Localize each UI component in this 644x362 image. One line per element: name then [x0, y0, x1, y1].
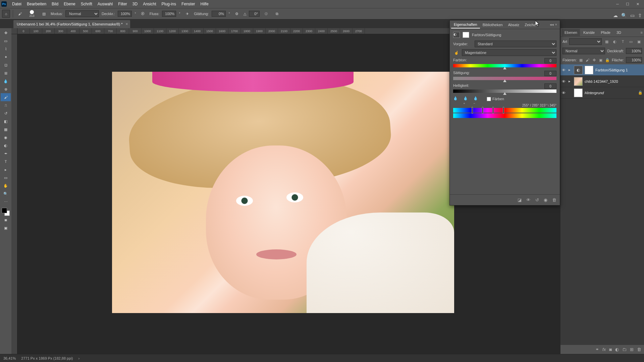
filter-smart-icon[interactable]: ▣ [636, 39, 642, 45]
doc-tab[interactable]: Unbenannt-1 bei 36,4% (Farbton/Sättigung… [13, 20, 130, 28]
cloud-icon[interactable]: ☁ [613, 13, 618, 18]
shape-tool[interactable]: ▭ [1, 174, 11, 182]
menu-bearbeiten[interactable]: Bearbeiten [24, 0, 49, 8]
menu-3d[interactable]: 3D [130, 0, 140, 8]
angle-input[interactable] [249, 11, 260, 17]
clip-to-layer-icon[interactable]: ◪ [518, 197, 522, 202]
canvas-image[interactable] [112, 72, 454, 313]
menu-fenster[interactable]: Fenster [179, 0, 198, 8]
type-tool[interactable]: T [1, 158, 11, 166]
window-close[interactable]: ✕ [633, 0, 643, 8]
info-chevron-icon[interactable]: › [78, 356, 79, 360]
hand-tool[interactable]: ✋ [1, 182, 11, 190]
crop-tool[interactable]: ⊡ [1, 61, 11, 69]
tab-eigenschaften[interactable]: Eigenschaften [451, 21, 480, 28]
layer-name[interactable]: Farbton/Sättigung 1 [595, 68, 628, 72]
hue-slider[interactable] [453, 64, 556, 67]
hand-icon[interactable]: ☝ [453, 51, 460, 55]
pen-tool[interactable]: ✒ [1, 149, 11, 158]
menu-plugins[interactable]: Plug-ins [159, 0, 179, 8]
quickmask-tool[interactable]: ◙ [1, 216, 11, 224]
menu-bild[interactable]: Bild [49, 0, 61, 8]
tool-preset-icon[interactable]: 🖌 [16, 10, 24, 18]
visibility-icon[interactable]: 👁 [562, 91, 567, 95]
filter-adj-icon[interactable]: ◐ [612, 39, 618, 45]
flow-input[interactable] [162, 11, 176, 17]
move-tool[interactable]: ✥ [1, 29, 11, 37]
blur-tool[interactable]: ◉ [1, 133, 11, 141]
reset-icon[interactable]: ↺ [535, 197, 539, 202]
saturation-slider[interactable] [453, 77, 556, 80]
window-maximize[interactable]: ☐ [623, 0, 633, 8]
tab-pfade[interactable]: Pfade [598, 29, 613, 36]
menu-datei[interactable]: Datei [9, 0, 24, 8]
lightness-value[interactable] [544, 83, 556, 89]
visibility-icon[interactable]: 👁 [562, 68, 567, 72]
airbrush-icon[interactable]: ✈ [183, 10, 191, 18]
menu-ansicht[interactable]: Ansicht [140, 0, 159, 8]
layer-thumb-adjustment[interactable]: ◐ [574, 66, 583, 74]
history-brush-tool[interactable]: ↺ [1, 109, 11, 117]
window-minimize[interactable]: ─ [612, 0, 623, 8]
doc-info[interactable]: 2771 Px x 1869 Px (182,88 ppi) [21, 356, 73, 360]
layer-fx-icon[interactable]: fx [602, 347, 606, 352]
filter-type-icon[interactable]: T [620, 39, 626, 45]
channel-select[interactable]: Magentatöne [462, 49, 556, 56]
layer-name[interactable]: Hintergrund [585, 91, 604, 95]
smoothing-settings-icon[interactable]: ⚙ [233, 10, 241, 18]
close-panel-icon[interactable]: × [555, 22, 557, 27]
zoom-level[interactable]: 36,41% [3, 356, 16, 360]
zoom-tool[interactable]: 🔍 [1, 190, 11, 198]
hue-value[interactable] [544, 58, 556, 63]
delete-adjustment-icon[interactable]: 🗑 [552, 197, 556, 202]
layer-huesaturation[interactable]: 👁 ▸ ◐ Farbton/Sättigung 1 [560, 64, 644, 76]
blend-mode-select[interactable]: Normal [65, 10, 99, 17]
properties-panel[interactable]: Eigenschaften Bibliotheken Absatz Zeiche… [449, 20, 560, 205]
preset-select[interactable]: Standard [475, 41, 556, 47]
toggle-visibility-icon[interactable]: ◉ [544, 197, 547, 202]
frame-tool[interactable]: ⊞ [1, 69, 11, 77]
visibility-icon[interactable]: 👁 [562, 79, 567, 83]
lock-pixels-icon[interactable]: 🖌 [585, 57, 590, 63]
layer-thumb-mask[interactable] [585, 66, 593, 74]
share-icon[interactable]: ⇧ [638, 13, 642, 18]
tab-3d[interactable]: 3D [614, 29, 624, 36]
frame-icon[interactable]: ▭ [630, 13, 635, 18]
screenmode-tool[interactable]: ▣ [1, 224, 11, 232]
tab-kanaele[interactable]: Kanäle [581, 29, 597, 36]
pressure-opacity-icon[interactable]: ⦿ [139, 10, 147, 18]
marquee-tool[interactable]: ▭ [1, 37, 11, 45]
wand-tool[interactable]: ✦ [1, 53, 11, 61]
lock-position-icon[interactable]: ✥ [592, 57, 597, 63]
opacity-input[interactable] [118, 11, 132, 17]
foreground-swatch[interactable] [2, 208, 7, 213]
smoothing-input[interactable] [212, 11, 226, 17]
dodge-tool[interactable]: ◐ [1, 141, 11, 149]
brush-preview[interactable]: 213 [26, 9, 37, 18]
eyedropper-icon[interactable]: 💧 [453, 96, 459, 102]
filter-pixel-icon[interactable]: ▦ [604, 39, 610, 45]
layer-opacity-input[interactable] [626, 48, 642, 54]
edit-toolbar[interactable]: ⋯ [1, 198, 11, 206]
lock-transparent-icon[interactable]: ▦ [579, 57, 583, 63]
lock-artboard-icon[interactable]: ▣ [598, 57, 603, 63]
layer-mask-icon[interactable]: ◙ [609, 347, 612, 352]
gradient-tool[interactable]: ▦ [1, 125, 11, 133]
eyedropper-subtract-icon[interactable]: 💧₋ [473, 96, 479, 102]
eraser-tool[interactable]: ◧ [1, 117, 11, 125]
new-layer-icon[interactable]: ⊞ [630, 347, 634, 352]
tab-ebenen[interactable]: Ebenen [562, 29, 580, 36]
layer-thumb-image[interactable] [574, 77, 583, 86]
collapse-icon[interactable]: ◂◂ [550, 22, 554, 27]
layer-background[interactable]: 👁 Hintergrund 🔒 [560, 87, 644, 99]
kind-filter-select[interactable] [569, 38, 602, 45]
link-layers-icon[interactable]: ⚭ [595, 347, 599, 352]
layer-blend-select[interactable]: Normal [562, 48, 605, 54]
group-icon[interactable]: 🗀 [622, 347, 627, 352]
layer-image[interactable]: 👁 ▸ child-1423447_1920 [560, 76, 644, 87]
spectrum-top[interactable] [453, 108, 556, 113]
layer-name[interactable]: child-1423447_1920 [585, 79, 618, 83]
search-icon[interactable]: 🔍 [621, 13, 627, 18]
fill-input[interactable] [626, 57, 642, 63]
adjustment-layer-icon[interactable]: ◐ [615, 347, 619, 352]
